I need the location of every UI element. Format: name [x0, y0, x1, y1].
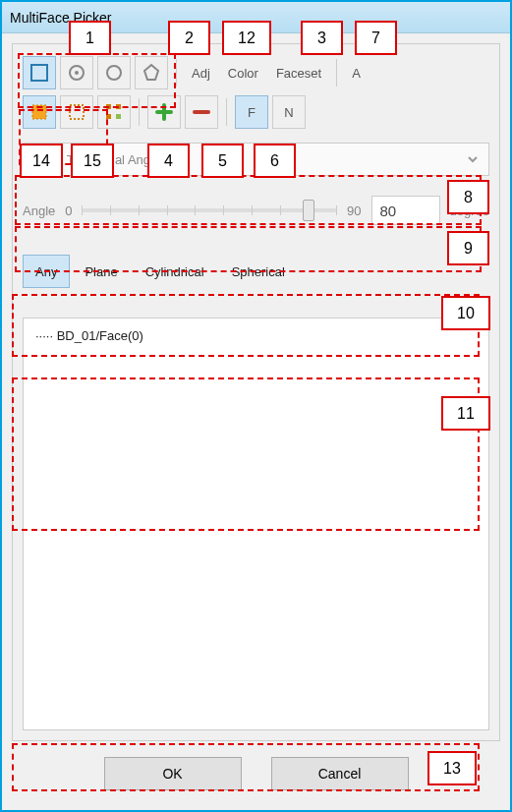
svg-point-3: [107, 66, 121, 80]
svg-rect-9: [106, 114, 111, 119]
a-button[interactable]: A: [345, 56, 368, 89]
separator: [336, 59, 337, 87]
angle-label: Angle: [23, 203, 55, 218]
shape-circle-button[interactable]: [97, 56, 131, 89]
method-dropdown[interactable]: Edge Tangential Angle: [23, 143, 489, 176]
angle-slider[interactable]: [82, 208, 337, 212]
titlebar: MultiFace Picker: [2, 2, 510, 33]
ok-button[interactable]: OK: [104, 757, 242, 790]
remove-button[interactable]: [185, 95, 218, 129]
list-item[interactable]: ····· BD_01/Face(0): [35, 328, 477, 343]
toolbar-1: Adj Color Faceset A: [23, 56, 489, 89]
svg-rect-8: [116, 104, 121, 109]
face-type-plane[interactable]: Plane: [72, 255, 130, 288]
face-type-cylindrical[interactable]: Cylindrical: [133, 255, 217, 288]
n-button[interactable]: N: [272, 95, 306, 129]
window-title: MultiFace Picker: [10, 10, 111, 26]
adj-button[interactable]: Adj: [185, 56, 217, 89]
separator: [139, 98, 140, 126]
main-panel: Adj Color Faceset A: [12, 43, 500, 741]
toolbar-2: F N: [23, 95, 489, 129]
angle-max: 90: [347, 203, 361, 218]
shape-circle-dot-button[interactable]: [60, 56, 93, 89]
svg-rect-6: [70, 105, 84, 119]
face-type-any[interactable]: Any: [23, 255, 70, 288]
face-type-row: AnyPlaneCylindricalSpherical: [23, 255, 489, 288]
svg-marker-4: [144, 65, 158, 80]
method-label: Edge Tangential Angle: [33, 152, 160, 167]
angle-input[interactable]: [371, 196, 440, 225]
sel-inner-button[interactable]: [23, 95, 56, 129]
svg-point-2: [75, 71, 79, 75]
angle-row: Angle 0 90 degree: [23, 196, 489, 225]
angle-unit: degree: [450, 203, 489, 218]
sel-pattern-button[interactable]: [97, 95, 131, 129]
svg-rect-0: [31, 65, 47, 81]
sel-outer-button[interactable]: [60, 95, 93, 129]
faceset-button[interactable]: Faceset: [269, 56, 328, 89]
face-list[interactable]: ····· BD_01/Face(0): [23, 318, 489, 730]
shape-box-button[interactable]: [23, 56, 56, 89]
shape-polygon-button[interactable]: [135, 56, 168, 89]
add-button[interactable]: [147, 95, 181, 129]
angle-min: 0: [65, 203, 72, 218]
svg-rect-5: [32, 105, 46, 119]
separator: [226, 98, 227, 126]
svg-rect-7: [106, 104, 111, 109]
cancel-button[interactable]: Cancel: [271, 757, 409, 790]
chevron-down-icon: [467, 153, 479, 165]
color-button[interactable]: Color: [221, 56, 265, 89]
separator: [176, 59, 177, 87]
svg-rect-10: [116, 114, 121, 119]
dialog-buttons: OK Cancel: [12, 757, 500, 790]
face-type-spherical[interactable]: Spherical: [219, 255, 298, 288]
f-button[interactable]: F: [235, 95, 268, 129]
